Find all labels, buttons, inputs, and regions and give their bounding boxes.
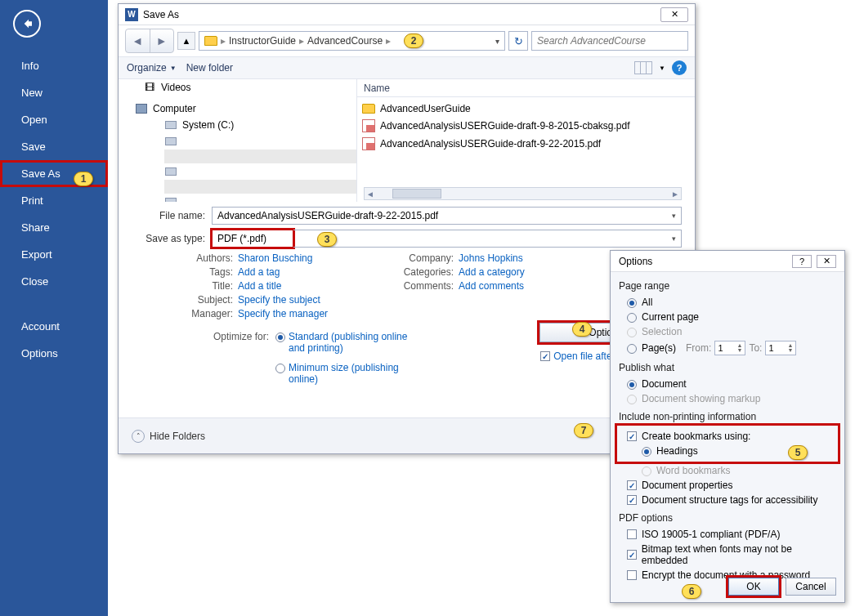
close-icon[interactable]: ✕ bbox=[817, 255, 836, 268]
tree-drive[interactable] bbox=[119, 194, 356, 202]
cancel-button[interactable]: Cancel bbox=[786, 578, 836, 596]
optimize-standard-radio[interactable]: Standard (publishing online and printing… bbox=[275, 331, 411, 354]
range-current-radio[interactable]: Current page bbox=[619, 310, 836, 324]
step-marker-4: 4 bbox=[572, 322, 592, 337]
bs-account[interactable]: Account bbox=[0, 313, 108, 340]
step-marker-1: 1 bbox=[74, 172, 93, 186]
range-all-radio[interactable]: All bbox=[619, 295, 836, 310]
bs-info[interactable]: Info bbox=[0, 52, 108, 79]
step-marker-6: 6 bbox=[682, 584, 701, 599]
organize-button[interactable]: Organize▼ bbox=[127, 62, 177, 74]
include-heading: Include non-printing information bbox=[619, 411, 836, 422]
save-as-titlebar: W Save As ✕ bbox=[119, 4, 695, 25]
search-field[interactable] bbox=[537, 35, 683, 47]
backstage-sidebar: Info New Open Save Save As Print Share E… bbox=[0, 0, 108, 616]
column-header-name[interactable]: Name bbox=[357, 79, 695, 97]
bitmap-checkbox[interactable]: Bitmap text when fonts may not be embedd… bbox=[619, 542, 836, 568]
nav-up-icon[interactable]: ▲ bbox=[177, 32, 195, 50]
folder-icon bbox=[362, 104, 375, 114]
from-spinner[interactable]: 1▲▼ bbox=[714, 341, 745, 355]
comments-label: Comments: bbox=[393, 280, 459, 292]
word-bookmarks-radio: Word bookmarks bbox=[619, 463, 836, 478]
address-bar[interactable]: ▸ InstructorGuide ▸ AdvancedCourse ▸ ▾ bbox=[199, 31, 505, 51]
new-folder-button[interactable]: New folder bbox=[186, 62, 233, 74]
search-input[interactable] bbox=[531, 31, 688, 51]
pdf-options-heading: PDF options bbox=[619, 512, 836, 524]
tree-videos[interactable]: 🎞Videos bbox=[119, 79, 356, 96]
view-options-icon[interactable] bbox=[634, 61, 652, 74]
toolbar: Organize▼ New folder ▼ ? bbox=[119, 56, 695, 79]
step-marker-7: 7 bbox=[574, 423, 593, 438]
tree-drive[interactable] bbox=[119, 163, 356, 180]
range-pages-radio[interactable]: Page(s) From: 1▲▼ To: 1▲▼ bbox=[619, 339, 836, 357]
bs-save[interactable]: Save bbox=[0, 133, 108, 160]
subject-value[interactable]: Specify the subject bbox=[238, 294, 320, 306]
chevron-down-icon[interactable]: ▾ bbox=[495, 37, 499, 46]
word-app-icon: W bbox=[125, 8, 138, 21]
categories-label: Categories: bbox=[393, 266, 459, 278]
subject-label: Subject: bbox=[181, 294, 238, 306]
help-icon[interactable]: ? bbox=[792, 255, 812, 268]
tree-computer[interactable]: Computer bbox=[119, 100, 356, 117]
title-value[interactable]: Add a title bbox=[238, 280, 281, 292]
list-item[interactable]: AdvancedAnalysisUSERGuide-draft-9-8-2015… bbox=[362, 117, 690, 135]
tree-system-drive[interactable]: System (C:) bbox=[119, 117, 356, 133]
back-button[interactable] bbox=[13, 10, 41, 38]
bs-print[interactable]: Print bbox=[0, 187, 108, 214]
categories-value[interactable]: Add a category bbox=[459, 266, 525, 278]
iso-checkbox[interactable]: ISO 19005-1 compliant (PDF/A) bbox=[619, 527, 836, 542]
doc-properties-checkbox[interactable]: Document properties bbox=[619, 478, 836, 493]
manager-label: Manager: bbox=[181, 308, 238, 319]
step-marker-5: 5 bbox=[788, 445, 808, 460]
refresh-icon[interactable]: ↻ bbox=[508, 31, 528, 51]
bs-open[interactable]: Open bbox=[0, 106, 108, 133]
page-range-heading: Page range bbox=[619, 280, 836, 292]
tags-value[interactable]: Add a tag bbox=[238, 266, 280, 278]
authors-label: Authors: bbox=[181, 252, 238, 264]
save-as-type-select[interactable]: PDF (*.pdf) bbox=[212, 230, 293, 248]
folder-icon bbox=[204, 36, 217, 46]
ok-button[interactable]: OK bbox=[728, 578, 779, 596]
bs-share[interactable]: Share bbox=[0, 214, 108, 241]
nav-back-forward[interactable]: ◄► bbox=[125, 29, 174, 53]
save-as-dialog: W Save As ✕ ◄► ▲ ▸ InstructorGuide ▸ Adv… bbox=[118, 3, 696, 454]
company-value[interactable]: Johns Hopkins bbox=[459, 252, 523, 264]
authors-value[interactable]: Sharon Busching bbox=[238, 252, 312, 264]
folder-tree[interactable]: 🎞Videos Computer System (C:) bbox=[119, 79, 357, 202]
list-item[interactable]: AdvancedUserGuide bbox=[362, 100, 690, 117]
optimize-minimum-radio[interactable]: Minimum size (publishing online) bbox=[275, 362, 411, 385]
publish-what-heading: Publish what bbox=[619, 362, 836, 373]
tree-drive[interactable] bbox=[119, 133, 356, 150]
bs-new[interactable]: New bbox=[0, 79, 108, 106]
help-icon[interactable]: ? bbox=[672, 60, 687, 75]
close-icon[interactable]: ✕ bbox=[660, 7, 688, 22]
pdf-icon bbox=[362, 137, 375, 150]
checkbox-icon bbox=[540, 351, 550, 361]
title-label: Title: bbox=[181, 280, 238, 292]
accessibility-tags-checkbox[interactable]: Document structure tags for accessibilit… bbox=[619, 493, 836, 507]
bs-options[interactable]: Options bbox=[0, 340, 108, 367]
manager-value[interactable]: Specify the manager bbox=[238, 308, 328, 319]
breadcrumb[interactable]: AdvancedCourse bbox=[307, 35, 383, 47]
breadcrumb[interactable]: InstructorGuide bbox=[229, 35, 296, 47]
file-list-pane: Name AdvancedUserGuide AdvancedAnalysisU… bbox=[357, 79, 695, 202]
publish-document-radio[interactable]: Document bbox=[619, 377, 836, 391]
horizontal-scrollbar[interactable]: ◄► bbox=[364, 187, 682, 200]
company-label: Company: bbox=[393, 252, 459, 264]
hide-folders-button[interactable]: ˄ Hide Folders bbox=[132, 430, 205, 443]
save-form: File name: AdvancedAnalysisUSERGuide-dra… bbox=[119, 202, 695, 391]
options-titlebar: Options ? ✕ bbox=[611, 251, 844, 272]
to-spinner[interactable]: 1▲▼ bbox=[765, 341, 796, 355]
filename-input[interactable]: AdvancedAnalysisUSERGuide-draft-9-22-201… bbox=[212, 207, 682, 225]
chevron-down-icon[interactable]: ▼ bbox=[659, 65, 665, 72]
bookmarks-checkbox[interactable]: Create bookmarks using: bbox=[619, 429, 836, 444]
bs-export[interactable]: Export bbox=[0, 241, 108, 268]
range-selection-radio: Selection bbox=[619, 324, 836, 339]
tags-label: Tags: bbox=[181, 266, 238, 278]
publish-markup-radio: Document showing markup bbox=[619, 391, 836, 406]
list-item[interactable]: AdvancedAnalysisUSERGuide-draft-9-22-201… bbox=[362, 135, 690, 153]
bs-close[interactable]: Close bbox=[0, 268, 108, 295]
optimize-label: Optimize for: bbox=[213, 331, 269, 385]
comments-value[interactable]: Add comments bbox=[459, 280, 524, 292]
options-dialog: Options ? ✕ Page range All Current page … bbox=[610, 250, 845, 603]
